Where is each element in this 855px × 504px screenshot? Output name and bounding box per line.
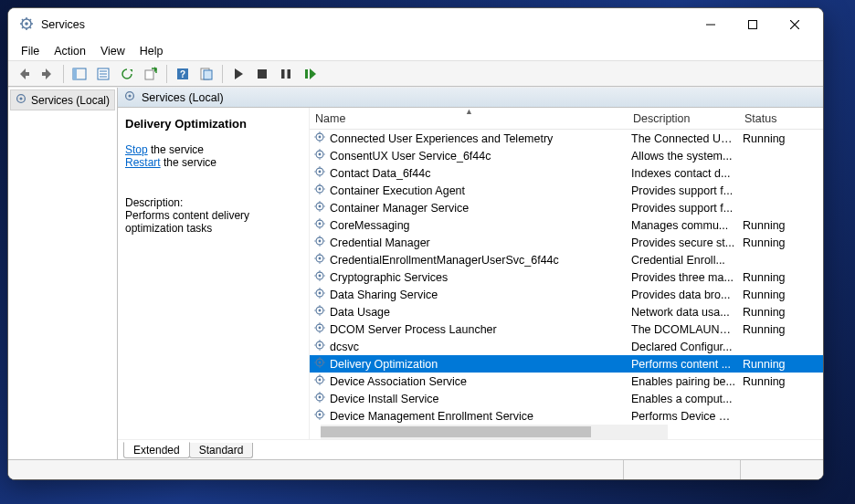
service-row[interactable]: Container Manager ServiceProvides suppor… (310, 199, 823, 216)
toolbar-separator (166, 65, 167, 83)
service-desc-cell: The Connected Us... (628, 132, 739, 145)
service-desc-cell: Credential Enroll... (628, 254, 739, 267)
gear-icon (313, 148, 326, 163)
stop-service-button[interactable] (251, 64, 273, 84)
statusbar-segment (741, 460, 823, 479)
service-name-cell: Connected User Experiences and Telemetry (310, 131, 628, 146)
description-label: Description: (125, 196, 301, 209)
nav-tree[interactable]: Services (Local) (8, 88, 118, 459)
service-desc-cell: Enables a comput... (628, 393, 739, 405)
service-row[interactable]: Container Execution AgentProvides suppor… (310, 182, 823, 199)
svg-rect-25 (258, 69, 267, 79)
service-row[interactable]: Cryptographic ServicesProvides three ma.… (310, 268, 823, 286)
service-name-cell: Data Sharing Service (310, 287, 628, 302)
service-list: ▲ Name Description Status Connected User… (310, 108, 823, 439)
restart-service-button[interactable] (299, 64, 321, 84)
service-status-cell: Running (739, 236, 803, 249)
column-header-description[interactable]: Description (628, 108, 739, 129)
menu-view[interactable]: View (93, 43, 132, 59)
column-header-status[interactable]: Status (739, 108, 803, 129)
service-row[interactable]: DCOM Server Process LauncherThe DCOMLAUN… (310, 320, 823, 338)
menu-action[interactable]: Action (47, 43, 93, 59)
maximize-button[interactable] (732, 11, 774, 38)
help-topics-button[interactable] (195, 64, 217, 84)
service-desc-cell: Provides data bro... (628, 289, 739, 301)
refresh-button[interactable] (116, 64, 138, 84)
svg-point-124 (319, 396, 322, 399)
scrollbar-thumb[interactable] (321, 426, 591, 437)
list-body[interactable]: Connected User Experiences and Telemetry… (310, 130, 823, 423)
menu-file[interactable]: File (14, 43, 47, 59)
service-row[interactable]: Device Management Enrollment ServicePerf… (310, 407, 823, 423)
service-name-text: dcsvc (330, 341, 359, 353)
close-button[interactable] (774, 11, 816, 38)
content-title: Services (Local) (142, 91, 224, 104)
gear-icon (313, 408, 326, 423)
service-status-cell: Running (739, 375, 803, 388)
service-name-cell: ConsentUX User Service_6f44c (310, 148, 628, 163)
menu-help[interactable]: Help (132, 43, 171, 59)
start-service-button[interactable] (227, 64, 249, 84)
forward-button[interactable] (37, 64, 58, 84)
service-status-cell: Running (739, 323, 803, 336)
stop-service-link[interactable]: Stop (125, 143, 148, 156)
service-name-cell: Container Manager Service (310, 200, 628, 215)
service-row[interactable]: Device Association ServiceEnables pairin… (310, 373, 823, 390)
service-row[interactable]: dcsvcDeclared Configur... (310, 338, 823, 355)
help-button[interactable]: ? (172, 64, 194, 84)
gear-icon (15, 92, 27, 108)
pause-service-button[interactable] (275, 64, 297, 84)
column-headers: ▲ Name Description Status (310, 108, 823, 130)
titlebar[interactable]: Services (8, 8, 823, 41)
gear-icon (313, 200, 326, 215)
service-desc-cell: Network data usa... (628, 306, 739, 319)
service-name-text: Device Install Service (330, 393, 439, 405)
service-row[interactable]: Credential ManagerProvides secure st...R… (310, 234, 823, 251)
service-name-text: Data Usage (330, 306, 390, 319)
service-row[interactable]: Contact Data_6f44cIndexes contact d... (310, 164, 823, 182)
service-desc-cell: Performs Device E... (628, 410, 739, 423)
statusbar-segment (624, 460, 741, 479)
svg-point-30 (19, 97, 22, 100)
gear-icon (19, 16, 34, 34)
svg-point-64 (319, 223, 322, 226)
toolbar: ? (8, 61, 823, 87)
gear-icon (313, 287, 326, 302)
show-hide-tree-button[interactable] (69, 64, 90, 84)
export-button[interactable] (140, 64, 162, 84)
service-row[interactable]: Data UsageNetwork data usa...Running (310, 303, 823, 320)
nav-services-local[interactable]: Services (Local) (10, 89, 115, 110)
svg-point-32 (128, 94, 131, 97)
properties-button[interactable] (92, 64, 114, 84)
service-name-text: Connected User Experiences and Telemetry (330, 132, 553, 145)
service-row[interactable]: Delivery OptimizationPerforms content ..… (310, 355, 823, 373)
gear-icon (313, 304, 326, 320)
window-title: Services (41, 18, 690, 31)
detail-pane: Delivery Optimization Stop the service R… (118, 108, 310, 439)
service-name-text: CredentialEnrollmentManagerUserSvc_6f44c (330, 254, 559, 267)
tab-extended[interactable]: Extended (123, 442, 190, 458)
service-name-cell: CredentialEnrollmentManagerUserSvc_6f44c (310, 252, 628, 268)
minimize-button[interactable] (690, 11, 732, 38)
horizontal-scrollbar[interactable] (321, 425, 668, 439)
service-row[interactable]: Connected User Experiences and Telemetry… (310, 130, 823, 147)
service-desc-cell: Provides support f... (628, 202, 739, 215)
restart-service-link[interactable]: Restart (125, 156, 161, 169)
service-row[interactable]: ConsentUX User Service_6f44cAllows the s… (310, 147, 823, 164)
service-status-cell: Running (739, 289, 803, 301)
sort-indicator-icon: ▲ (465, 108, 473, 116)
back-button[interactable] (13, 64, 35, 84)
gear-icon (313, 339, 326, 354)
service-name-cell: dcsvc (310, 339, 628, 354)
service-desc-cell: The DCOMLAUNC... (628, 323, 739, 336)
service-row[interactable]: CredentialEnrollmentManagerUserSvc_6f44c… (310, 251, 823, 268)
service-row[interactable]: Data Sharing ServiceProvides data bro...… (310, 286, 823, 303)
service-status-cell: Running (739, 358, 803, 371)
service-row[interactable]: CoreMessagingManages commu...Running (310, 216, 823, 234)
gear-icon (313, 235, 326, 250)
svg-line-6 (22, 19, 24, 21)
service-row[interactable]: Device Install ServiceEnables a comput..… (310, 390, 823, 407)
svg-text:?: ? (180, 69, 185, 79)
svg-point-34 (319, 136, 322, 139)
tab-standard[interactable]: Standard (189, 443, 254, 458)
